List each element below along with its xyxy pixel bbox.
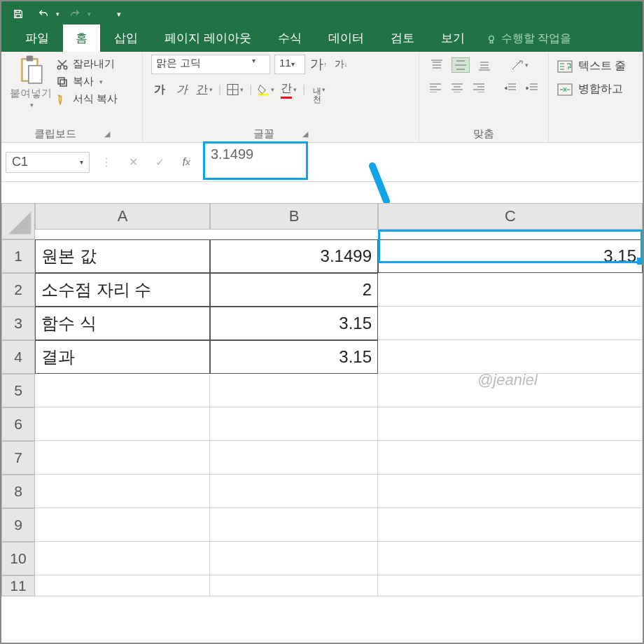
cell-B11[interactable] (210, 575, 378, 596)
insert-function-button[interactable]: fx (176, 153, 196, 172)
bold-button[interactable]: 가 (151, 81, 168, 98)
row-header-8[interactable]: 8 (1, 475, 35, 508)
redo-dropdown[interactable]: ▾ (88, 10, 91, 18)
column-header-C[interactable]: C (378, 203, 643, 230)
cell-B8[interactable] (210, 475, 378, 508)
font-size-select[interactable]: 11▾ (274, 55, 305, 74)
align-right-button[interactable] (470, 80, 486, 95)
cell-B4[interactable]: 3.15 (210, 340, 378, 374)
enter-button[interactable]: ✓ (150, 153, 169, 172)
row-header-1[interactable]: 1 (1, 239, 35, 273)
row-header-4[interactable]: 4 (1, 340, 35, 374)
align-middle-button[interactable] (451, 57, 470, 73)
row-header-3[interactable]: 3 (1, 307, 35, 340)
cell-C2[interactable] (378, 273, 643, 307)
redo-button[interactable] (65, 4, 85, 24)
font-dialog-launcher[interactable]: ◢ (302, 130, 308, 139)
cell-C4[interactable] (378, 340, 643, 374)
row-header-5[interactable]: 5 (1, 374, 35, 407)
italic-button[interactable]: 가 (174, 81, 190, 98)
row-header-10[interactable]: 10 (1, 542, 35, 575)
cell-C10[interactable] (378, 542, 643, 575)
cell-B7[interactable] (210, 441, 378, 475)
cell-A11[interactable] (35, 575, 210, 596)
customize-qat-button[interactable]: ▾ (109, 4, 129, 24)
paste-button[interactable]: 붙여넣기 ▾ (10, 55, 52, 108)
align-top-button[interactable] (428, 57, 446, 73)
cell-C7[interactable] (378, 441, 643, 475)
shrink-font-button[interactable]: 가↓ (332, 55, 350, 74)
align-left-button[interactable] (428, 80, 444, 95)
copy-label: 복사 (73, 75, 94, 88)
orientation-button[interactable]: ▾ (510, 57, 528, 73)
tab-home[interactable]: 홈 (63, 24, 100, 52)
row-header-2[interactable]: 2 (1, 273, 35, 307)
cell-B9[interactable] (210, 508, 378, 542)
column-header-B[interactable]: B (210, 203, 378, 230)
cell-C11[interactable] (378, 575, 643, 596)
copy-button[interactable]: 복사▾ (56, 75, 118, 88)
tab-formulas[interactable]: 수식 (265, 24, 314, 52)
grow-font-button[interactable]: 가↑ (309, 55, 328, 74)
cell-B6[interactable] (210, 407, 378, 441)
increase-indent-button[interactable] (524, 80, 540, 95)
font-name-value: 맑은 고딕 (156, 57, 201, 69)
row-header-9[interactable]: 9 (1, 508, 35, 542)
tell-me[interactable]: 수행할 작업을 (479, 26, 578, 52)
wrap-text-button[interactable]: 텍스트 줄 (557, 59, 634, 74)
cell-A8[interactable] (35, 475, 210, 508)
align-bottom-button[interactable] (475, 57, 493, 73)
formula-bar[interactable]: 3.1499 (203, 141, 308, 180)
cell-C9[interactable] (378, 508, 643, 542)
cell-A4[interactable]: 결과 (35, 340, 210, 374)
cell-C1[interactable]: 3.15 (378, 239, 643, 273)
cell-A6[interactable] (35, 407, 210, 441)
cell-A2[interactable]: 소수점 자리 수 (35, 273, 210, 307)
cell-A7[interactable] (35, 441, 210, 475)
undo-dropdown[interactable]: ▾ (56, 10, 59, 18)
row-header-11[interactable]: 11 (1, 575, 35, 596)
row-header-6[interactable]: 6 (1, 407, 35, 441)
underline-button[interactable]: 간▾ (196, 81, 213, 98)
cell-B1[interactable]: 3.1499 (210, 239, 378, 273)
cell-A10[interactable] (35, 542, 210, 575)
cell-B3[interactable]: 3.15 (210, 307, 378, 340)
tab-review[interactable]: 검토 (378, 24, 427, 52)
cell-B2[interactable]: 2 (210, 273, 378, 307)
tab-insert[interactable]: 삽입 (102, 24, 150, 52)
cell-A1[interactable]: 원본 값 (35, 239, 210, 273)
clipboard-dialog-launcher[interactable]: ◢ (104, 130, 110, 139)
cell-C6[interactable] (378, 407, 643, 441)
cell-B10[interactable] (210, 542, 378, 575)
tab-page-layout[interactable]: 페이지 레이아웃 (152, 24, 264, 52)
tab-view[interactable]: 보기 (428, 24, 477, 52)
save-button[interactable] (8, 4, 28, 24)
cut-button[interactable]: 잘라내기 (56, 57, 118, 71)
grid[interactable]: A B C 1 원본 값 3.1499 3.15 2 소수점 자리 수 2 3 … (1, 203, 643, 596)
merge-center-button[interactable]: 병합하고 (557, 82, 634, 97)
format-painter-button[interactable]: 서식 복사 (56, 92, 118, 106)
cell-A5[interactable] (35, 374, 210, 407)
cell-C3[interactable] (378, 307, 643, 340)
font-color-button[interactable]: 간▾ (280, 81, 297, 98)
tab-file[interactable]: 파일 (13, 24, 62, 52)
cell-A3[interactable]: 함수 식 (35, 307, 210, 340)
svg-rect-4 (27, 56, 33, 62)
cell-C8[interactable] (378, 475, 643, 508)
align-center-button[interactable] (449, 80, 465, 95)
cell-B5[interactable] (210, 374, 378, 407)
fill-color-button[interactable]: ▾ (258, 81, 274, 98)
tab-data[interactable]: 데이터 (316, 24, 377, 52)
phonetic-button[interactable]: 내천▾ (311, 81, 328, 98)
quick-access-toolbar: ▾ ▾ ▾ (1, 1, 643, 27)
row-header-7[interactable]: 7 (1, 441, 35, 475)
cell-A9[interactable] (35, 508, 210, 542)
font-name-select[interactable]: 맑은 고딕▾ (151, 55, 270, 74)
select-all-corner[interactable] (1, 203, 35, 239)
name-box[interactable]: C1 ▾ (6, 152, 90, 173)
column-header-A[interactable]: A (35, 203, 210, 230)
cancel-button[interactable]: ✕ (123, 153, 143, 172)
decrease-indent-button[interactable] (503, 80, 519, 95)
borders-button[interactable]: ▾ (227, 81, 244, 98)
undo-button[interactable] (34, 4, 53, 24)
